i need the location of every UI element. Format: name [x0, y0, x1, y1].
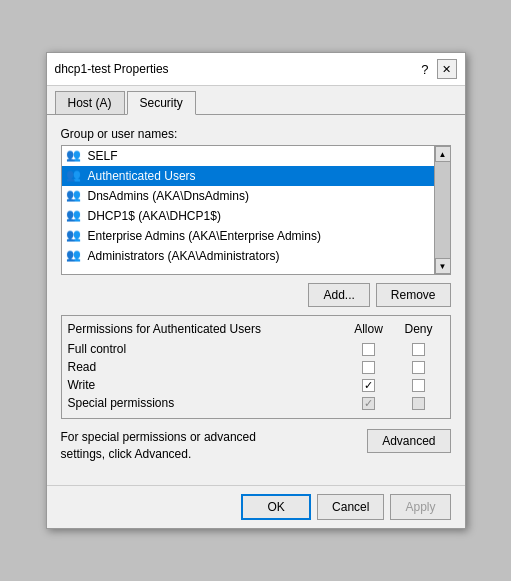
- perm-deny-write[interactable]: [394, 379, 444, 392]
- list-item[interactable]: 👥 Enterprise Admins (AKA\Enterprise Admi…: [62, 226, 434, 246]
- allow-checkbox-special: [362, 397, 375, 410]
- footer-buttons: OK Cancel Apply: [47, 485, 465, 528]
- deny-checkbox-read[interactable]: [412, 361, 425, 374]
- perm-allow-fullcontrol[interactable]: [344, 343, 394, 356]
- list-scroll: 👥 SELF 👥 Authenticated Users 👥 DnsAdmins…: [62, 146, 450, 274]
- permissions-header: Permissions for Authenticated Users Allo…: [68, 322, 444, 336]
- perm-label: Write: [68, 378, 344, 392]
- remove-button[interactable]: Remove: [376, 283, 451, 307]
- list-item[interactable]: 👥 DHCP1$ (AKA\DHCP1$): [62, 206, 434, 226]
- allow-checkbox-fullcontrol[interactable]: [362, 343, 375, 356]
- perm-row-write: Write: [68, 376, 444, 394]
- add-button[interactable]: Add...: [308, 283, 369, 307]
- perm-label: Special permissions: [68, 396, 344, 410]
- user-icon: 👥: [66, 188, 84, 204]
- list-item[interactable]: 👥 DnsAdmins (AKA\DnsAdmins): [62, 186, 434, 206]
- group-section-label: Group or user names:: [61, 127, 451, 141]
- deny-checkbox-special: [412, 397, 425, 410]
- title-actions: ? ✕: [417, 59, 456, 79]
- allow-checkbox-read[interactable]: [362, 361, 375, 374]
- user-icon: 👥: [66, 248, 84, 264]
- user-icon: 👥: [66, 208, 84, 224]
- dialog-title: dhcp1-test Properties: [55, 62, 169, 76]
- permissions-section: Permissions for Authenticated Users Allo…: [61, 315, 451, 419]
- scroll-track: [435, 162, 450, 258]
- list-item[interactable]: 👥 SELF: [62, 146, 434, 166]
- deny-checkbox-fullcontrol[interactable]: [412, 343, 425, 356]
- deny-checkbox-write[interactable]: [412, 379, 425, 392]
- advanced-info-text: For special permissions or advanced sett…: [61, 429, 301, 463]
- perm-deny-read[interactable]: [394, 361, 444, 374]
- perm-deny-special: [394, 397, 444, 410]
- perm-label: Full control: [68, 342, 344, 356]
- tab-content: Group or user names: 👥 SELF 👥 Authentica…: [47, 115, 465, 485]
- help-button[interactable]: ?: [417, 62, 432, 77]
- perm-deny-fullcontrol[interactable]: [394, 343, 444, 356]
- deny-header: Deny: [394, 322, 444, 336]
- cancel-button[interactable]: Cancel: [317, 494, 384, 520]
- list-item[interactable]: 👥 Authenticated Users: [62, 166, 434, 186]
- perm-allow-special: [344, 397, 394, 410]
- scroll-up-button[interactable]: ▲: [435, 146, 451, 162]
- user-icon: 👥: [66, 148, 84, 164]
- tab-bar: Host (A) Security: [47, 86, 465, 115]
- apply-button[interactable]: Apply: [390, 494, 450, 520]
- perm-row-special: Special permissions: [68, 394, 444, 412]
- scroll-down-button[interactable]: ▼: [435, 258, 451, 274]
- user-icon: 👥: [66, 168, 84, 184]
- perm-row-read: Read: [68, 358, 444, 376]
- advanced-section: For special permissions or advanced sett…: [61, 429, 451, 463]
- allow-checkbox-write[interactable]: [362, 379, 375, 392]
- scrollbar[interactable]: ▲ ▼: [434, 146, 450, 274]
- ok-button[interactable]: OK: [241, 494, 311, 520]
- perm-label: Read: [68, 360, 344, 374]
- perm-allow-read[interactable]: [344, 361, 394, 374]
- close-button[interactable]: ✕: [437, 59, 457, 79]
- allow-header: Allow: [344, 322, 394, 336]
- perm-row-fullcontrol: Full control: [68, 340, 444, 358]
- properties-dialog: dhcp1-test Properties ? ✕ Host (A) Secur…: [46, 52, 466, 529]
- permissions-title: Permissions for Authenticated Users: [68, 322, 344, 336]
- user-icon: 👥: [66, 228, 84, 244]
- tab-security[interactable]: Security: [127, 91, 196, 115]
- tab-host[interactable]: Host (A): [55, 91, 125, 115]
- list-item[interactable]: 👥 Administrators (AKA\Administrators): [62, 246, 434, 266]
- advanced-button[interactable]: Advanced: [367, 429, 450, 453]
- perm-allow-write[interactable]: [344, 379, 394, 392]
- user-action-buttons: Add... Remove: [61, 283, 451, 307]
- title-bar: dhcp1-test Properties ? ✕: [47, 53, 465, 86]
- users-list[interactable]: 👥 SELF 👥 Authenticated Users 👥 DnsAdmins…: [61, 145, 451, 275]
